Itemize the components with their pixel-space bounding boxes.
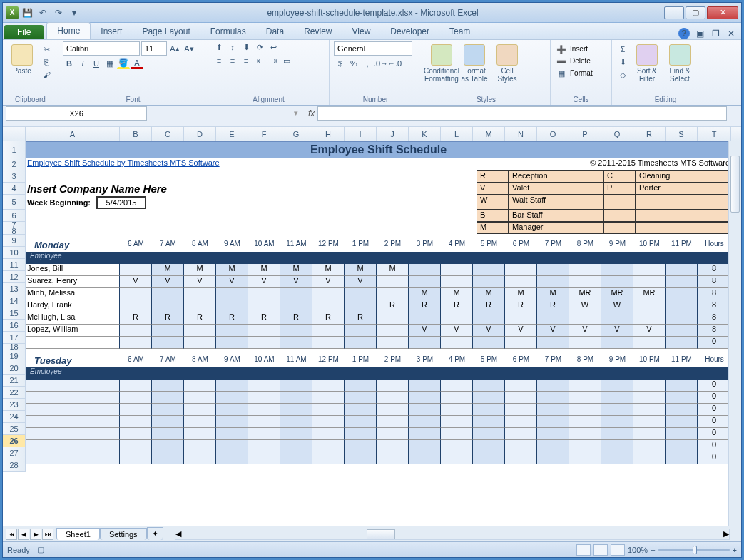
legend-cell[interactable] [636, 222, 731, 234]
shift-cell[interactable]: M [345, 264, 377, 276]
shift-cell[interactable] [345, 288, 377, 300]
shift-cell[interactable] [184, 392, 216, 404]
time-header[interactable]: 8 AM [184, 355, 216, 367]
spreadsheet-grid[interactable]: ABCDEFGHIJKLMNOPQRST 1234567891011121314… [3, 127, 741, 526]
align-right-icon[interactable]: ≡ [240, 55, 253, 66]
shift-cell[interactable] [473, 337, 505, 349]
shift-cell[interactable] [152, 428, 184, 440]
time-header[interactable]: 8 PM [569, 240, 601, 252]
shift-cell[interactable] [409, 392, 441, 404]
align-center-icon[interactable]: ≡ [226, 55, 239, 66]
shift-cell[interactable] [409, 440, 441, 452]
shift-cell[interactable] [120, 380, 152, 392]
shift-cell[interactable] [666, 288, 698, 300]
align-bottom-icon[interactable]: ⬇ [240, 41, 253, 53]
shift-cell[interactable]: R [152, 312, 184, 325]
shift-cell[interactable] [537, 404, 569, 416]
employee-name[interactable]: Hardy, Frank [26, 300, 120, 312]
shift-cell[interactable] [633, 264, 666, 276]
shift-cell[interactable] [409, 428, 441, 440]
shift-cell[interactable] [312, 416, 345, 428]
align-middle-icon[interactable]: ↕ [226, 41, 239, 53]
col-header-O[interactable]: O [537, 127, 569, 141]
shift-cell[interactable] [601, 440, 633, 452]
close-workbook-icon[interactable]: ✕ [725, 28, 737, 39]
shift-cell[interactable] [280, 440, 312, 452]
shift-cell[interactable] [248, 325, 280, 337]
time-header[interactable]: 7 PM [537, 355, 569, 367]
hours-cell[interactable]: 0 [698, 404, 731, 416]
shift-cell[interactable] [152, 288, 184, 300]
shift-cell[interactable] [280, 288, 312, 300]
shift-cell[interactable] [216, 337, 248, 349]
hours-cell[interactable]: 0 [698, 392, 731, 404]
shift-cell[interactable]: W [569, 300, 601, 312]
shift-cell[interactable] [152, 392, 184, 404]
legend-cell[interactable]: B [477, 210, 509, 222]
shift-cell[interactable] [152, 452, 184, 464]
shift-cell[interactable] [569, 337, 601, 349]
shift-cell[interactable] [152, 404, 184, 416]
time-header[interactable]: 6 AM [120, 240, 152, 252]
shift-cell[interactable] [633, 416, 666, 428]
shift-cell[interactable] [601, 392, 633, 404]
zoom-out-button[interactable]: − [651, 546, 655, 554]
row-header-5[interactable]: 5 [3, 195, 26, 210]
timesheets-link[interactable]: Employee Shift Schedule by Timesheets MT… [27, 158, 220, 167]
shift-cell[interactable]: R [216, 312, 248, 325]
shift-cell[interactable] [345, 337, 377, 349]
shift-cell[interactable] [152, 440, 184, 452]
shift-cell[interactable] [441, 276, 473, 288]
shift-cell[interactable]: M [377, 264, 409, 276]
row-header-18[interactable]: 18 [3, 344, 26, 350]
shift-cell[interactable] [633, 428, 666, 440]
time-header[interactable]: 10 AM [248, 355, 280, 367]
tab-formulas[interactable]: Formulas [200, 24, 256, 39]
tab-developer[interactable]: Developer [380, 24, 439, 39]
hours-cell[interactable]: 8 [698, 276, 731, 288]
shift-cell[interactable] [473, 312, 505, 325]
shift-cell[interactable] [569, 428, 601, 440]
shift-cell[interactable] [505, 380, 537, 392]
shift-cell[interactable] [441, 380, 473, 392]
legend-cell[interactable]: P [603, 183, 636, 195]
row-header-24[interactable]: 24 [3, 411, 26, 423]
shift-cell[interactable]: V [505, 325, 537, 337]
sheet-tab-settings[interactable]: Settings [100, 528, 147, 540]
time-header[interactable]: 8 PM [569, 355, 601, 367]
shift-cell[interactable]: V [473, 325, 505, 337]
shift-cell[interactable] [505, 276, 537, 288]
shift-cell[interactable] [537, 452, 569, 464]
shift-cell[interactable] [248, 416, 280, 428]
shift-cell[interactable] [248, 440, 280, 452]
col-header-D[interactable]: D [184, 127, 216, 141]
shift-cell[interactable] [441, 392, 473, 404]
shift-cell[interactable]: R [537, 300, 569, 312]
hours-cell[interactable]: 8 [698, 288, 731, 300]
employee-name[interactable]: Jones, Bill [26, 264, 120, 276]
orientation-icon[interactable]: ⟳ [253, 41, 266, 53]
shift-cell[interactable] [152, 300, 184, 312]
shift-cell[interactable] [601, 416, 633, 428]
shift-cell[interactable]: R [409, 300, 441, 312]
time-header[interactable]: 1 PM [345, 240, 377, 252]
shift-cell[interactable] [601, 404, 633, 416]
time-header[interactable]: 2 PM [377, 355, 409, 367]
prev-sheet-button[interactable]: ◀ [18, 529, 29, 540]
time-header[interactable]: 11 PM [666, 355, 698, 367]
shift-cell[interactable] [505, 337, 537, 349]
shift-cell[interactable] [216, 440, 248, 452]
shift-cell[interactable] [537, 337, 569, 349]
shift-cell[interactable]: R [280, 312, 312, 325]
shift-cell[interactable]: V [409, 325, 441, 337]
time-header[interactable]: 11 AM [280, 355, 312, 367]
page-break-view-button[interactable] [611, 544, 625, 556]
hours-cell[interactable]: 8 [698, 312, 731, 325]
shift-cell[interactable] [184, 380, 216, 392]
shift-cell[interactable] [312, 288, 345, 300]
row-header-11[interactable]: 11 [3, 259, 26, 271]
shift-cell[interactable]: R [120, 312, 152, 325]
shift-cell[interactable] [377, 325, 409, 337]
shift-cell[interactable] [216, 452, 248, 464]
hours-cell[interactable]: 8 [698, 300, 731, 312]
